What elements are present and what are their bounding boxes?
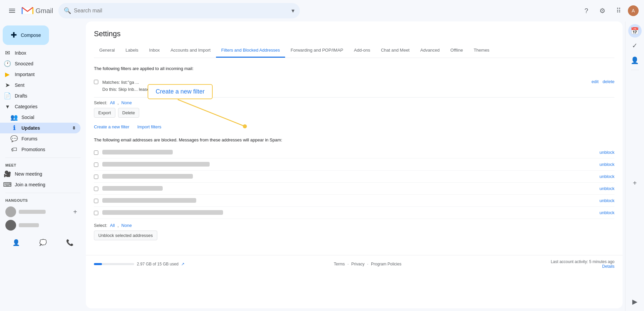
right-panel-add-button[interactable]: + [628, 177, 642, 190]
blocked-checkbox-2[interactable] [94, 163, 98, 167]
tab-filters[interactable]: Filters and Blocked Addresses [216, 44, 285, 58]
footer-sep-2: · [367, 262, 368, 266]
blocked-select-none[interactable]: None [121, 223, 132, 228]
policies-link[interactable]: Program Policies [371, 262, 401, 266]
tab-forwarding[interactable]: Forwarding and POP/IMAP [285, 44, 348, 58]
sidebar-item-drafts[interactable]: 📄 Drafts [0, 90, 80, 101]
tab-advanced[interactable]: Advanced [415, 44, 445, 58]
filter-checkbox-1[interactable] [94, 80, 98, 84]
settings-body: The following filters are applied to all… [86, 58, 623, 255]
unblock-selected-button[interactable]: Unblock selected addresses [94, 231, 157, 240]
blocked-checkbox-3[interactable] [94, 175, 98, 179]
filters-select-label: Select: [94, 100, 107, 105]
right-panel-contacts-icon[interactable]: 👤 [628, 54, 642, 67]
sidebar-item-promotions[interactable]: 🏷 Promotions [0, 144, 80, 155]
last-activity-text: Last account activity: 5 minutes ago [551, 259, 614, 264]
compose-button[interactable]: ✚ Compose [3, 25, 49, 45]
updates-badge: 8 [73, 126, 75, 130]
hangout-user-2-name [19, 223, 39, 227]
sidebar-item-new-meeting[interactable]: 🎥 New meeting [0, 169, 80, 179]
tab-general[interactable]: General [94, 44, 120, 58]
sidebar-forums-label: Forums [21, 136, 75, 141]
import-filters-link[interactable]: Import filters [138, 124, 162, 129]
tab-accounts[interactable]: Accounts and Import [165, 44, 216, 58]
details-link[interactable]: Details [602, 264, 614, 269]
blocked-checkbox-1[interactable] [94, 150, 98, 155]
sidebar-categories-toggle[interactable]: ▾ Categories [0, 101, 80, 112]
search-chevron-icon[interactable]: ▾ [291, 7, 294, 14]
hangout-user-2[interactable] [5, 219, 80, 232]
right-panel-calendar-icon[interactable]: 📅 [628, 24, 642, 38]
sidebar-bottom-icons: 👤 💭 📞 [0, 236, 86, 249]
unblock-link-2[interactable]: unblock [599, 162, 614, 167]
blocked-row-3: unblock [94, 171, 614, 183]
privacy-link[interactable]: Privacy [351, 262, 364, 266]
hangout-user-1-name [19, 210, 46, 214]
sidebar-divider-2 [5, 193, 80, 193]
blurred-email-4 [102, 186, 163, 191]
manage-people-button[interactable]: 👤 [11, 237, 21, 248]
tab-labels[interactable]: Labels [120, 44, 144, 58]
sidebar-item-important[interactable]: ▶ Important [0, 69, 80, 80]
tab-addons[interactable]: Add-ons [348, 44, 375, 58]
apps-button[interactable]: ⠿ [612, 4, 625, 17]
sidebar-item-inbox[interactable]: ✉ Inbox [0, 48, 80, 58]
search-input[interactable] [74, 8, 289, 14]
sidebar-item-social[interactable]: 👥 Social [0, 112, 80, 123]
sidebar-item-snoozed[interactable]: 🕐 Snoozed [0, 58, 80, 69]
filter-delete-link[interactable]: delete [603, 79, 614, 84]
unblock-link-1[interactable]: unblock [599, 150, 614, 155]
blocked-action-buttons: Unblock selected addresses [94, 231, 614, 240]
create-new-filter-link[interactable]: Create a new filter [94, 124, 129, 129]
filter-row-1-actions: edit delete [592, 79, 614, 84]
sidebar-item-forums[interactable]: 💬 Forums [0, 133, 80, 144]
filters-select-none[interactable]: None [121, 100, 132, 105]
drafts-icon: 📄 [4, 92, 11, 100]
help-button[interactable]: ? [580, 4, 593, 17]
blocked-select-all[interactable]: All [110, 223, 115, 228]
hamburger-menu-button[interactable] [5, 4, 19, 17]
terms-link[interactable]: Terms [334, 262, 345, 266]
sidebar-item-sent[interactable]: ➤ Sent [0, 80, 80, 90]
blocked-checkbox-5[interactable] [94, 199, 98, 203]
search-bar[interactable]: 🔍 ▾ [58, 3, 300, 18]
callout-arrow [178, 100, 278, 133]
unblock-link-4[interactable]: unblock [599, 186, 614, 191]
blocked-email-3 [102, 174, 595, 179]
settings-button[interactable]: ⚙ [596, 4, 609, 17]
topbar-right: ? ⚙ ⠿ A [580, 4, 639, 17]
tab-offline[interactable]: Offline [445, 44, 468, 58]
chat-button[interactable]: 💭 [38, 237, 48, 248]
blocked-checkbox-4[interactable] [94, 187, 98, 191]
tab-themes[interactable]: Themes [468, 44, 495, 58]
right-panel-tasks-icon[interactable]: ✓ [628, 39, 642, 52]
unblock-link-3[interactable]: unblock [599, 174, 614, 179]
callout-label: Create a new filter [156, 88, 205, 95]
tab-chat[interactable]: Chat and Meet [376, 44, 415, 58]
sidebar-item-join-meeting[interactable]: ⌨ Join a meeting [0, 179, 80, 190]
delete-button[interactable]: Delete [118, 108, 140, 118]
search-icon: 🔍 [64, 7, 71, 14]
meet-section-label: Meet [0, 161, 86, 169]
filters-select-all[interactable]: All [110, 100, 115, 105]
unblock-link-5[interactable]: unblock [599, 198, 614, 203]
unblock-link-6[interactable]: unblock [599, 210, 614, 215]
export-button[interactable]: Export [94, 108, 115, 118]
tab-inbox[interactable]: Inbox [144, 44, 165, 58]
sidebar-promotions-label: Promotions [21, 147, 75, 152]
sidebar-snoozed-label: Snoozed [15, 61, 75, 66]
blocked-select-label: Select: [94, 223, 107, 228]
avatar[interactable]: A [628, 5, 639, 16]
blocked-row-5: unblock [94, 195, 614, 207]
right-panel-expand-icon[interactable]: ▶ [628, 295, 642, 308]
sidebar-item-updates[interactable]: ℹ Updates 8 [0, 123, 80, 133]
filter-edit-link[interactable]: edit [592, 79, 599, 84]
inbox-icon: ✉ [4, 49, 11, 57]
filter-matches-ellipsis: ... [136, 80, 139, 85]
forums-icon: 💬 [11, 135, 17, 142]
phone-button[interactable]: 📞 [64, 237, 75, 248]
blocked-checkbox-6[interactable] [94, 211, 98, 215]
hangout-user-1[interactable]: + [5, 205, 80, 219]
add-hangout-button[interactable]: + [70, 206, 80, 217]
sidebar-drafts-label: Drafts [15, 93, 75, 99]
